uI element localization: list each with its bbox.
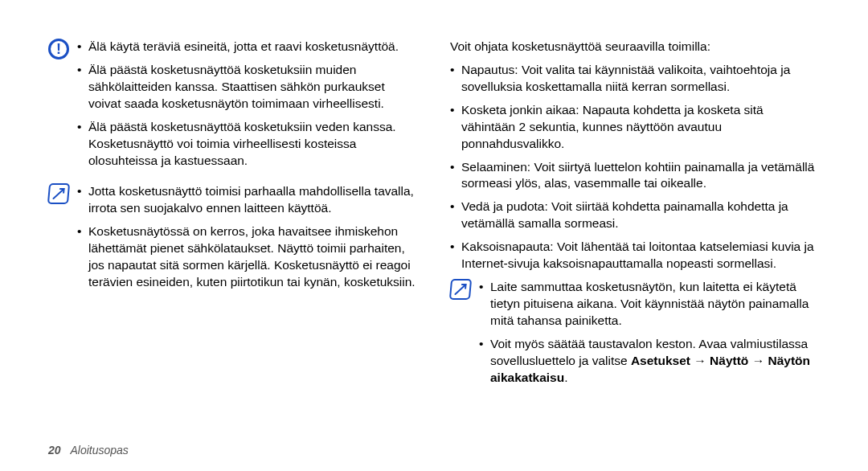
page-footer: 20 Aloitusopas bbox=[48, 444, 129, 457]
icon-column bbox=[450, 279, 479, 300]
gesture-item: Napautus: Voit valita tai käynnistää val… bbox=[450, 62, 820, 96]
right-column: Voit ohjata kosketusnäyttöä seuraavilla … bbox=[450, 39, 820, 401]
note-item: Kosketusnäytössä on kerros, joka havaits… bbox=[77, 223, 418, 291]
note-item: Jotta kosketusnäyttö toimisi parhaalla m… bbox=[77, 183, 418, 217]
note-content: Jotta kosketusnäyttö toimisi parhaalla m… bbox=[77, 183, 418, 297]
note-item: Laite sammuttaa kosketusnäytön, kun lait… bbox=[479, 279, 820, 330]
note-item: Voit myös säätää taustavalon keston. Ava… bbox=[479, 336, 820, 387]
lead-text: Voit ohjata kosketusnäyttöä seuraavilla … bbox=[450, 39, 820, 55]
note-content-right: Laite sammuttaa kosketusnäytön, kun lait… bbox=[479, 279, 820, 393]
two-columns: Älä käytä teräviä esineitä, jotta et raa… bbox=[48, 39, 820, 401]
note-block: Jotta kosketusnäyttö toimisi parhaalla m… bbox=[48, 183, 418, 297]
alert-content: Älä käytä teräviä esineitä, jotta et raa… bbox=[77, 39, 418, 175]
note-icon bbox=[449, 279, 472, 300]
icon-column bbox=[48, 39, 77, 59]
alert-item: Älä päästä kosketusnäyttöä kosketuksiin … bbox=[77, 119, 418, 170]
alert-item: Älä käytä teräviä esineitä, jotta et raa… bbox=[77, 39, 418, 55]
note-icon bbox=[47, 183, 70, 204]
gesture-item: Vedä ja pudota: Voit siirtää kohdetta pa… bbox=[450, 199, 820, 232]
alert-block: Älä käytä teräviä esineitä, jotta et raa… bbox=[48, 39, 418, 175]
alert-item: Älä päästä kosketusnäyttöä kosketuksiin … bbox=[77, 62, 418, 113]
icon-column bbox=[48, 183, 77, 204]
gesture-item: Selaaminen: Voit siirtyä luettelon kohti… bbox=[450, 159, 820, 193]
alert-icon bbox=[48, 39, 69, 59]
manual-page: Älä käytä teräviä esineitä, jotta et raa… bbox=[0, 0, 868, 471]
gesture-item: Kosketa jonkin aikaa: Napauta kohdetta j… bbox=[450, 102, 820, 153]
page-number: 20 bbox=[48, 444, 61, 457]
gesture-list: Napautus: Voit valita tai käynnistää val… bbox=[450, 62, 820, 272]
gesture-item: Kaksoisnapauta: Voit lähentää tai loiton… bbox=[450, 239, 820, 272]
note-text-suffix: . bbox=[564, 371, 567, 384]
note-block-right: Laite sammuttaa kosketusnäytön, kun lait… bbox=[450, 279, 820, 393]
section-title: Aloitusopas bbox=[70, 444, 128, 457]
left-column: Älä käytä teräviä esineitä, jotta et raa… bbox=[48, 39, 418, 401]
